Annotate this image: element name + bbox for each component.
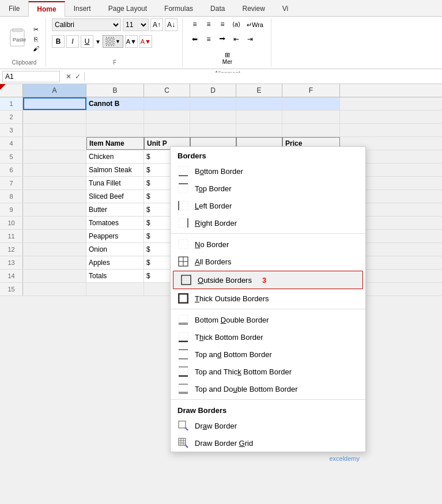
paste-button[interactable]: Paste	[7, 27, 28, 51]
increase-indent-button[interactable]: ⇥	[244, 33, 256, 45]
formula-input[interactable]	[85, 73, 440, 81]
cell-a11[interactable]	[23, 230, 86, 242]
cell-b7[interactable]: Tuna Fillet	[86, 177, 144, 190]
top-thick-bottom-border-item[interactable]: Top and Thick Bottom Border	[171, 363, 365, 380]
cell-e2[interactable]	[236, 111, 282, 123]
all-borders-item[interactable]: All Borders	[171, 253, 365, 270]
cell-b9[interactable]: Butter	[86, 203, 144, 216]
row-header-14[interactable]: 14	[0, 270, 23, 282]
cell-a1[interactable]	[23, 97, 86, 110]
cell-d2[interactable]	[190, 111, 236, 123]
cell-b6[interactable]: Salmon Steak	[86, 164, 144, 176]
cell-e3[interactable]	[236, 124, 282, 137]
bold-button[interactable]: B	[52, 35, 65, 48]
top-bottom-border-item[interactable]: Top and Bottom Border	[171, 346, 365, 363]
cell-b13[interactable]: Apples	[86, 256, 144, 269]
cell-b4[interactable]: Item Name	[86, 137, 144, 150]
row-header-9[interactable]: 9	[0, 203, 23, 216]
align-top-right-button[interactable]: ≡	[216, 18, 229, 30]
cell-b2[interactable]	[86, 111, 144, 123]
col-header-f[interactable]: F	[282, 84, 340, 97]
increase-font-button[interactable]: A↑	[150, 18, 163, 31]
row-header-7[interactable]: 7	[0, 177, 23, 190]
cell-b1[interactable]: Cannot B	[86, 97, 144, 110]
row-header-10[interactable]: 10	[0, 217, 23, 229]
underline-dropdown[interactable]: ▼	[95, 39, 101, 45]
cell-c3[interactable]	[144, 124, 190, 137]
align-left-button[interactable]: ⬅	[188, 33, 201, 45]
cell-a8[interactable]	[23, 190, 86, 203]
cell-a10[interactable]	[23, 217, 86, 229]
draw-border-grid-item[interactable]: Draw Border Grid exceldemy	[171, 434, 365, 452]
decrease-indent-button[interactable]: ⇤	[230, 33, 243, 45]
cell-b11[interactable]: Peappers	[86, 230, 144, 242]
row-header-13[interactable]: 13	[0, 256, 23, 269]
align-right-button[interactable]: ⮕	[216, 33, 229, 45]
confirm-formula-icon[interactable]: ✓	[75, 73, 81, 81]
thick-bottom-border-item[interactable]: Thick Bottom Border	[171, 328, 365, 346]
cell-b8[interactable]: Sliced Beef	[86, 190, 144, 203]
cell-d3[interactable]	[190, 124, 236, 137]
cell-e1[interactable]	[236, 97, 282, 110]
col-header-d[interactable]: D	[190, 84, 236, 97]
top-border-item[interactable]: Top Border	[171, 180, 365, 197]
tab-formulas[interactable]: Formulas	[156, 1, 202, 16]
cell-b3[interactable]	[86, 124, 144, 137]
align-top-left-button[interactable]: ≡	[188, 18, 201, 30]
cell-b14[interactable]: Totals	[86, 270, 144, 282]
row-header-12[interactable]: 12	[0, 243, 23, 256]
cell-a6[interactable]	[23, 164, 86, 176]
font-size-select[interactable]: 11	[123, 18, 149, 31]
col-header-c[interactable]: C	[144, 84, 190, 97]
font-name-select[interactable]: Calibri	[52, 18, 121, 31]
draw-border-item[interactable]: Draw Border	[171, 417, 365, 434]
row-header-5[interactable]: 5	[0, 150, 23, 163]
cell-a9[interactable]	[23, 203, 86, 216]
cell-c1[interactable]	[144, 97, 190, 110]
tab-page-layout[interactable]: Page Layout	[100, 1, 156, 16]
cell-a7[interactable]	[23, 177, 86, 190]
row-header-6[interactable]: 6	[0, 164, 23, 176]
font-color-button[interactable]: A▼	[139, 35, 152, 48]
top-double-bottom-border-item[interactable]: Top and Double Bottom Border	[171, 380, 365, 397]
cell-b15[interactable]	[86, 283, 144, 295]
italic-button[interactable]: I	[66, 35, 79, 48]
cell-d1[interactable]	[190, 97, 236, 110]
cancel-formula-icon[interactable]: ✕	[66, 73, 71, 81]
name-box[interactable]	[2, 71, 60, 82]
col-header-b[interactable]: B	[86, 84, 144, 97]
tab-review[interactable]: Review	[233, 1, 273, 16]
cell-b12[interactable]: Onion	[86, 243, 144, 256]
thick-outside-borders-item[interactable]: Thick Outside Borders	[171, 290, 365, 307]
align-top-center-button[interactable]: ≡	[202, 18, 215, 30]
border-button[interactable]: ▼	[103, 35, 123, 48]
cell-a14[interactable]	[23, 270, 86, 282]
tab-home[interactable]: Home	[28, 1, 65, 17]
row-header-8[interactable]: 8	[0, 190, 23, 203]
right-border-item[interactable]: Right Border	[171, 214, 365, 232]
cell-a3[interactable]	[23, 124, 86, 137]
left-border-item[interactable]: Left Border	[171, 197, 365, 214]
tab-file[interactable]: File	[0, 1, 28, 16]
underline-button[interactable]: U	[81, 35, 93, 48]
align-center-button[interactable]: ≡	[202, 33, 215, 45]
cell-a2[interactable]	[23, 111, 86, 123]
cell-f1[interactable]	[282, 97, 340, 110]
select-all-button[interactable]	[0, 84, 23, 97]
tab-view[interactable]: Vi	[274, 1, 297, 16]
wrap-text-button[interactable]: ↵Wra	[244, 18, 266, 31]
border-dropdown-arrow[interactable]: ▼	[115, 39, 120, 44]
decrease-font-button[interactable]: A↓	[165, 18, 177, 31]
cell-a12[interactable]	[23, 243, 86, 256]
row-header-4[interactable]: 4	[0, 137, 23, 150]
row-header-3[interactable]: 3	[0, 124, 23, 137]
bottom-border-item[interactable]: Bottom Border	[171, 162, 365, 180]
row-header-1[interactable]: 1	[0, 97, 23, 110]
cell-c2[interactable]	[144, 111, 190, 123]
cell-a15[interactable]	[23, 283, 86, 295]
cell-b10[interactable]: Tomatoes	[86, 217, 144, 229]
cell-a5[interactable]	[23, 150, 86, 163]
orientation-button[interactable]: ⟨a⟩	[230, 18, 243, 30]
outside-borders-item[interactable]: Outside Borders 3	[173, 271, 363, 289]
cell-f2[interactable]	[282, 111, 340, 123]
